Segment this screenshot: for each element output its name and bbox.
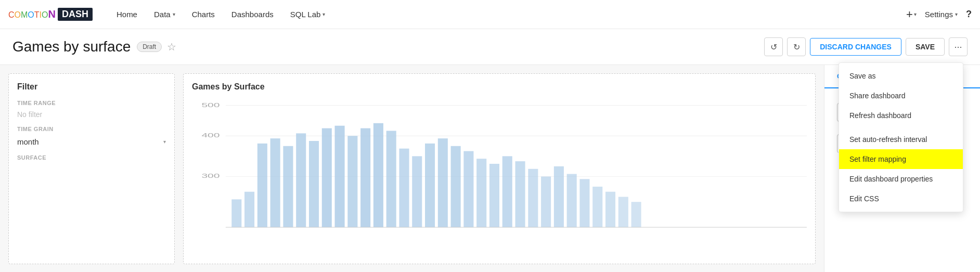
menu-item-edit-properties[interactable]: Edit dashboard properties bbox=[839, 169, 963, 189]
filter-panel: Filter TIME RANGE No filter TIME GRAIN m… bbox=[8, 73, 175, 264]
svg-rect-33 bbox=[579, 179, 589, 227]
time-grain-select[interactable]: month ▾ bbox=[17, 135, 166, 148]
svg-rect-25 bbox=[476, 159, 486, 227]
svg-rect-28 bbox=[515, 161, 525, 227]
svg-rect-16 bbox=[360, 128, 370, 227]
svg-rect-6 bbox=[231, 199, 241, 227]
logo-dash: DASH bbox=[58, 8, 93, 21]
redo-button[interactable]: ↻ bbox=[787, 37, 806, 56]
svg-rect-34 bbox=[592, 187, 602, 227]
svg-rect-9 bbox=[270, 138, 280, 227]
svg-rect-26 bbox=[489, 164, 499, 227]
svg-rect-37 bbox=[631, 202, 641, 227]
chevron-down-icon: ▾ bbox=[955, 11, 958, 17]
main-panel: Filter TIME RANGE No filter TIME GRAIN m… bbox=[0, 65, 824, 272]
menu-item-auto-refresh[interactable]: Set auto-refresh interval bbox=[839, 129, 963, 149]
svg-rect-13 bbox=[322, 128, 332, 227]
menu-item-refresh-dashboard[interactable]: Refresh dashboard bbox=[839, 106, 963, 125]
svg-rect-15 bbox=[347, 136, 357, 227]
nav-sqllab[interactable]: SQL Lab ▾ bbox=[283, 6, 333, 23]
svg-rect-24 bbox=[463, 151, 473, 228]
settings-button[interactable]: Settings ▾ bbox=[925, 10, 958, 19]
undo-button[interactable]: ↺ bbox=[764, 37, 783, 56]
nav-links: Home Data ▾ Charts Dashboards SQL Lab ▾ bbox=[109, 6, 906, 23]
svg-rect-14 bbox=[335, 126, 345, 227]
add-button[interactable]: + ▾ bbox=[906, 8, 917, 21]
svg-rect-21 bbox=[425, 144, 435, 227]
chart-svg: 500 400 300 bbox=[192, 98, 807, 250]
svg-rect-23 bbox=[451, 146, 461, 227]
page-header: Games by surface Draft ☆ ↺ ↻ DISCARD CHA… bbox=[0, 29, 980, 65]
page-title: Games by surface bbox=[12, 38, 131, 55]
header-actions: ↺ ↻ DISCARD CHANGES SAVE ··· Save as Sha… bbox=[764, 37, 968, 56]
nav-charts[interactable]: Charts bbox=[185, 6, 222, 23]
time-grain-label: TIME GRAIN bbox=[17, 126, 166, 132]
svg-rect-30 bbox=[541, 176, 551, 227]
svg-rect-7 bbox=[244, 192, 254, 227]
svg-rect-10 bbox=[283, 146, 293, 227]
chevron-down-icon: ▾ bbox=[914, 11, 917, 17]
svg-text:300: 300 bbox=[201, 173, 220, 179]
time-range-value: No filter bbox=[17, 109, 166, 120]
svg-rect-20 bbox=[412, 156, 422, 227]
svg-rect-32 bbox=[567, 174, 577, 228]
discard-changes-button[interactable]: DISCARD CHANGES bbox=[810, 38, 901, 56]
menu-spacer bbox=[839, 125, 963, 129]
chart-title: Games by Surface bbox=[192, 82, 807, 92]
nav-dashboards[interactable]: Dashboards bbox=[224, 6, 281, 23]
chart-area: 500 400 300 bbox=[192, 98, 807, 250]
nav-right: + ▾ Settings ▾ ? bbox=[906, 8, 972, 21]
svg-rect-17 bbox=[373, 123, 383, 227]
svg-rect-18 bbox=[386, 131, 396, 227]
draft-badge: Draft bbox=[137, 42, 162, 52]
logo-comotion: COMOTION bbox=[8, 8, 56, 20]
menu-item-share-dashboard[interactable]: Share dashboard bbox=[839, 86, 963, 106]
menu-item-save-as[interactable]: Save as bbox=[839, 66, 963, 86]
chevron-down-icon: ▾ bbox=[163, 139, 166, 145]
svg-rect-11 bbox=[296, 133, 306, 227]
svg-rect-22 bbox=[438, 138, 448, 227]
svg-rect-35 bbox=[605, 192, 615, 227]
chevron-down-icon: ▾ bbox=[173, 11, 175, 17]
more-options-wrapper: ··· Save as Share dashboard Refresh dash… bbox=[949, 37, 968, 56]
svg-rect-36 bbox=[618, 197, 628, 227]
time-range-label: TIME RANGE bbox=[17, 100, 166, 106]
svg-rect-12 bbox=[309, 141, 319, 227]
content-area: Filter TIME RANGE No filter TIME GRAIN m… bbox=[0, 65, 980, 272]
nav-data[interactable]: Data ▾ bbox=[147, 6, 183, 23]
menu-item-edit-css[interactable]: Edit CSS bbox=[839, 189, 963, 209]
svg-rect-31 bbox=[554, 166, 564, 227]
nav-home[interactable]: Home bbox=[109, 6, 145, 23]
help-button[interactable]: ? bbox=[966, 9, 972, 20]
svg-rect-27 bbox=[502, 156, 512, 227]
more-options-button[interactable]: ··· bbox=[949, 37, 968, 56]
save-button[interactable]: SAVE bbox=[906, 38, 945, 56]
svg-rect-29 bbox=[528, 169, 538, 227]
chart-panel: Games by Surface 500 400 300 bbox=[183, 73, 816, 264]
dropdown-menu: Save as Share dashboard Refresh dashboar… bbox=[839, 62, 963, 212]
navbar: COMOTION DASH Home Data ▾ Charts Dashboa… bbox=[0, 0, 980, 29]
filter-title: Filter bbox=[17, 82, 166, 92]
surface-label: SURFACE bbox=[17, 154, 166, 161]
chevron-down-icon: ▾ bbox=[323, 11, 325, 17]
logo: COMOTION DASH bbox=[8, 8, 93, 21]
favorite-star-icon[interactable]: ☆ bbox=[167, 41, 176, 53]
svg-text:400: 400 bbox=[201, 133, 220, 139]
menu-item-set-filter-mapping[interactable]: Set filter mapping bbox=[839, 149, 963, 169]
svg-rect-19 bbox=[399, 149, 409, 227]
svg-text:500: 500 bbox=[201, 102, 220, 108]
svg-rect-8 bbox=[257, 144, 267, 227]
